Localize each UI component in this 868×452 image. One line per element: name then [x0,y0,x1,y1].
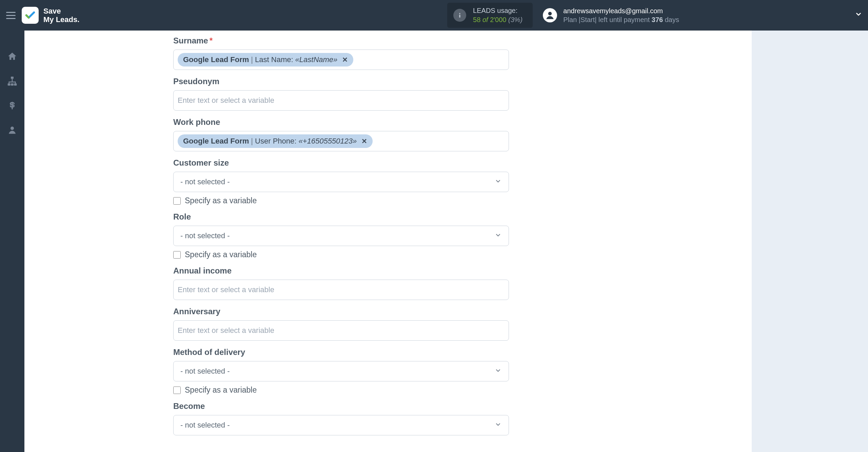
field-work-phone: Work phone Google Lead Form | User Phone… [173,117,509,151]
field-annual-income: Annual income Enter text or select a var… [173,266,509,300]
field-customer-size: Customer size - not selected - Specify a… [173,158,509,205]
svg-point-7 [11,127,14,130]
app-name: Save My Leads. [43,7,79,24]
leads-usage-text: LEADS usage: 58 of 2'000 (3%) [473,6,522,24]
become-label: Become [173,401,509,411]
work-phone-chip-remove-icon[interactable]: ✕ [361,137,367,145]
leads-usage-label: LEADS usage: [473,6,522,15]
form: Surname* Google Lead Form | Last Name: «… [173,31,509,435]
field-method-of-delivery: Method of delivery - not selected - Spec… [173,347,509,395]
customer-size-label: Customer size [173,158,509,168]
svg-point-0 [459,13,460,14]
role-label: Role [173,212,509,222]
home-icon[interactable] [6,51,18,62]
logo[interactable]: Save My Leads. [22,7,79,24]
account-info: andrewsavemyleads@gmail.com Plan |Start|… [563,6,679,24]
method-of-delivery-variable-checkbox[interactable]: Specify as a variable [173,385,509,395]
account-plan: Plan |Start| left until payment 376 days [563,15,679,24]
method-of-delivery-label: Method of delivery [173,347,509,357]
app-name-line1: Save [43,7,79,15]
main-panel: Surname* Google Lead Form | Last Name: «… [24,31,752,452]
field-surname: Surname* Google Lead Form | Last Name: «… [173,36,509,70]
menu-toggle-button[interactable] [6,12,16,19]
leads-used: 58 [473,16,480,23]
leads-total: 2'000 [490,16,506,23]
account-section[interactable]: andrewsavemyleads@gmail.com Plan |Start|… [543,6,862,24]
field-role: Role - not selected - Specify as a varia… [173,212,509,259]
checkbox[interactable] [173,251,181,259]
method-of-delivery-select[interactable]: - not selected - [173,361,509,381]
annual-income-placeholder: Enter text or select a variable [178,285,274,294]
pseudonym-placeholder: Enter text or select a variable [178,96,274,105]
svg-rect-1 [459,15,460,17]
logo-icon [22,7,39,24]
work-phone-input[interactable]: Google Lead Form | User Phone: «+1650555… [173,131,509,151]
svg-rect-3 [11,77,14,79]
anniversary-label: Anniversary [173,307,509,316]
annual-income-label: Annual income [173,266,509,276]
svg-rect-6 [14,83,17,86]
leads-of: of [482,16,488,23]
svg-rect-5 [11,83,14,86]
content-area: Surname* Google Lead Form | Last Name: «… [24,31,868,452]
dollar-icon[interactable] [6,100,18,111]
user-icon[interactable] [6,124,18,136]
field-become: Become - not selected - [173,401,509,435]
customer-size-variable-checkbox[interactable]: Specify as a variable [173,196,509,205]
info-icon [453,9,466,22]
checkbox[interactable] [173,387,181,394]
leads-percent: (3%) [508,16,522,23]
user-avatar-icon [543,8,557,22]
field-pseudonym: Pseudonym Enter text or select a variabl… [173,77,509,111]
role-variable-checkbox[interactable]: Specify as a variable [173,250,509,259]
account-chevron-down-icon[interactable] [855,11,862,20]
annual-income-input[interactable]: Enter text or select a variable [173,280,509,300]
work-phone-chip: Google Lead Form | User Phone: «+1650555… [178,134,373,148]
surname-input[interactable]: Google Lead Form | Last Name: «LastName»… [173,50,509,70]
surname-label: Surname* [173,36,509,45]
anniversary-input[interactable]: Enter text or select a variable [173,320,509,341]
account-email: andrewsavemyleads@gmail.com [563,6,679,15]
sitemap-icon[interactable] [6,75,18,87]
app-name-line2: My Leads. [43,15,79,24]
app-header: Save My Leads. LEADS usage: 58 of 2'000 … [0,0,868,31]
svg-rect-4 [8,83,11,86]
surname-chip-remove-icon[interactable]: ✕ [342,56,348,64]
customer-size-select[interactable]: - not selected - [173,172,509,192]
work-phone-label: Work phone [173,117,509,127]
surname-chip: Google Lead Form | Last Name: «LastName»… [178,53,353,67]
role-select[interactable]: - not selected - [173,226,509,246]
pseudonym-label: Pseudonym [173,77,509,86]
anniversary-placeholder: Enter text or select a variable [178,326,274,335]
pseudonym-input[interactable]: Enter text or select a variable [173,90,509,111]
svg-point-2 [548,12,552,16]
checkbox[interactable] [173,197,181,205]
become-select[interactable]: - not selected - [173,415,509,435]
leads-usage-box: LEADS usage: 58 of 2'000 (3%) [447,3,533,28]
sidebar [0,31,24,452]
field-anniversary: Anniversary Enter text or select a varia… [173,307,509,341]
